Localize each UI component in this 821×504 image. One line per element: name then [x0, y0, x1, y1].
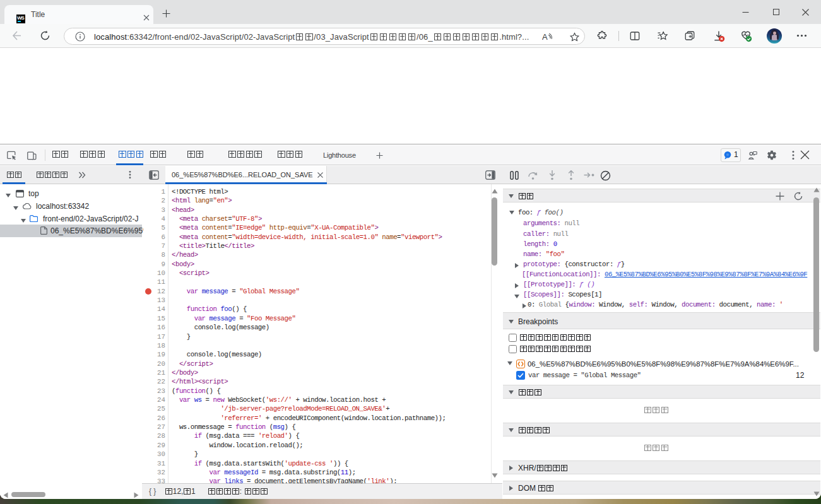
- svg-text:A: A: [542, 32, 548, 42]
